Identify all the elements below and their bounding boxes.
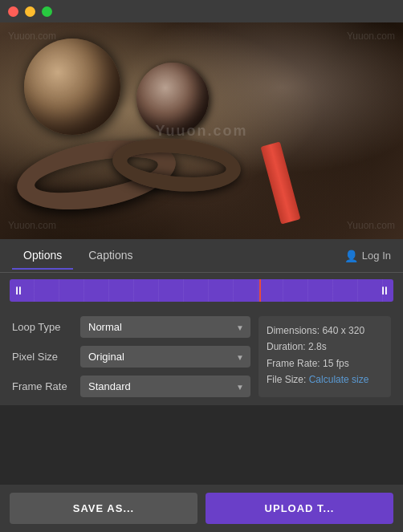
- frame-rate-label: Frame Rate: [12, 380, 72, 392]
- options-form: Loop Type Normal Ping Pong No Loop ▼ Pix…: [0, 308, 403, 405]
- video-preview: Yuuon.com Yuuon.com Yuuon.com Yuuon.com …: [0, 22, 403, 239]
- loop-type-label: Loop Type: [12, 321, 72, 333]
- decorative-orb-2: [136, 63, 209, 135]
- footer-buttons: SAVE AS... UPLOAD T...: [0, 485, 403, 532]
- pixel-size-row: Pixel Size Original Small Medium Large ▼: [12, 346, 250, 368]
- timeline-area: ⏸ ⏸: [0, 273, 403, 308]
- frame-rate-select-wrapper: Standard Low High ▼: [80, 376, 250, 397]
- pause-icon-left: ⏸: [13, 285, 24, 296]
- info-panel: Dimensions: 640 x 320 Duration: 2.8s Fra…: [258, 316, 391, 397]
- corner-mark-br: Yuuon.com: [347, 220, 395, 231]
- maximize-button[interactable]: [42, 6, 52, 17]
- tab-options[interactable]: Options: [12, 242, 73, 270]
- pixel-size-label: Pixel Size: [12, 351, 72, 363]
- timeline-handle-right[interactable]: ⏸: [376, 279, 393, 302]
- decorative-orb-1: [24, 39, 120, 135]
- frame-rate-info-label: Frame Rate:: [267, 358, 320, 369]
- duration-info: Duration: 2.8s: [267, 339, 383, 355]
- upload-button[interactable]: UPLOAD T...: [206, 493, 393, 524]
- tabs-bar: Options Captions 👤 Log In: [0, 239, 403, 273]
- loop-type-select-wrapper: Normal Ping Pong No Loop ▼: [80, 316, 250, 338]
- scrubber-line[interactable]: [259, 279, 261, 302]
- duration-value: 2.8s: [308, 341, 327, 352]
- user-icon: 👤: [344, 250, 358, 262]
- timeline-handle-left[interactable]: ⏸: [10, 279, 27, 302]
- corner-mark-tl: Yuuon.com: [8, 30, 56, 42]
- dimensions-info: Dimensions: 640 x 320: [267, 323, 383, 339]
- login-button[interactable]: 👤 Log In: [344, 250, 391, 262]
- options-left: Loop Type Normal Ping Pong No Loop ▼ Pix…: [12, 316, 250, 397]
- loop-type-row: Loop Type Normal Ping Pong No Loop ▼: [12, 316, 250, 338]
- decorative-ribbon: [260, 141, 300, 224]
- duration-label: Duration:: [267, 341, 306, 352]
- frame-rate-select[interactable]: Standard Low High: [80, 376, 250, 397]
- file-size-label: File Size:: [267, 374, 306, 385]
- pixel-size-select[interactable]: Original Small Medium Large: [80, 346, 250, 368]
- calculate-size-link[interactable]: Calculate size: [309, 374, 369, 385]
- frame-rate-row: Frame Rate Standard Low High ▼: [12, 376, 250, 397]
- corner-mark-bl: Yuuon.com: [8, 220, 56, 231]
- loop-type-select[interactable]: Normal Ping Pong No Loop: [80, 316, 250, 338]
- pixel-size-select-wrapper: Original Small Medium Large ▼: [80, 346, 250, 368]
- dimensions-value: 640 x 320: [322, 325, 364, 336]
- tab-captions[interactable]: Captions: [77, 242, 144, 270]
- frame-rate-info: Frame Rate: 15 fps: [267, 355, 383, 372]
- save-as-button[interactable]: SAVE AS...: [10, 493, 197, 524]
- corner-mark-tr: Yuuon.com: [347, 30, 395, 42]
- frame-rate-info-value: 15 fps: [323, 358, 349, 369]
- file-size-info: File Size: Calculate size: [267, 372, 383, 388]
- titlebar: [0, 0, 403, 22]
- timeline-track[interactable]: ⏸ ⏸: [10, 279, 393, 302]
- close-button[interactable]: [8, 6, 18, 17]
- minimize-button[interactable]: [25, 6, 35, 17]
- dimensions-label: Dimensions:: [267, 325, 320, 336]
- pause-icon-right: ⏸: [379, 285, 390, 296]
- bottom-panel: Options Captions 👤 Log In ⏸ ⏸ Loop Type: [0, 239, 403, 405]
